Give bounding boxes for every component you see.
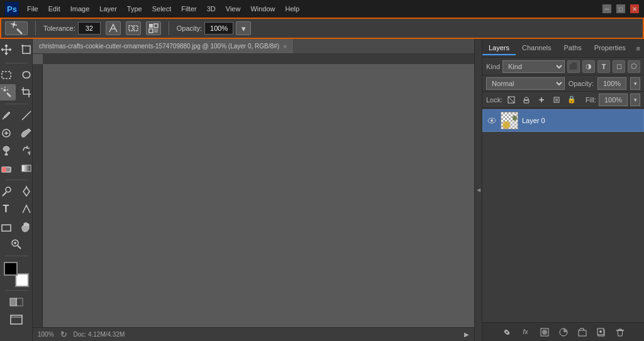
blend-mode-select[interactable]: Normal Multiply Screen Overlay [486,77,565,90]
separator-1 [35,21,36,35]
filter-pixel-button[interactable]: ⬛ [567,60,580,73]
scroll-right-icon[interactable]: ▶ [464,331,469,338]
layer-item[interactable]: Layer 0 [482,109,644,132]
menu-3d[interactable]: 3D [203,4,220,14]
lock-image-button[interactable] [520,94,533,106]
new-layer-button[interactable] [594,325,608,339]
lock-artboard-button[interactable] [550,94,563,106]
menu-select[interactable]: Select [148,4,176,14]
tab-close-button[interactable]: × [283,43,287,50]
tool-preset-button[interactable] [5,21,28,35]
filter-smart-button[interactable]: ⬡ [628,60,640,73]
minimize-button[interactable]: ─ [602,4,611,13]
menu-window[interactable]: Window [246,4,279,14]
foreground-color[interactable] [4,262,18,276]
filter-type-button[interactable]: T [597,60,610,73]
delete-icon [616,328,625,337]
contiguous-button[interactable] [126,21,141,35]
svg-rect-31 [22,165,31,171]
gradient-tool[interactable] [17,160,36,176]
tab-layers[interactable]: Layers [482,41,516,55]
lock-position-button[interactable] [535,94,548,106]
dodge-tool[interactable] [0,183,16,200]
new-group-button[interactable] [575,325,589,339]
lasso-tool[interactable] [17,67,36,83]
adjustment-button[interactable] [557,325,570,339]
fx-button[interactable]: fx [519,325,533,339]
antialiasing-button[interactable] [106,21,121,35]
tab-paths[interactable]: Paths [558,41,588,55]
panel-menu-icon[interactable]: ≡ [633,42,644,55]
color-switcher[interactable] [4,262,29,287]
sample-all-button[interactable] [146,21,161,35]
svg-line-33 [3,192,6,196]
pen-tool[interactable] [17,183,36,200]
menu-help[interactable]: Help [281,4,304,14]
filter-adjust-button[interactable]: ◑ [582,60,595,73]
tab-properties[interactable]: Properties [588,41,632,55]
menu-filter[interactable]: Filter [177,4,201,14]
opacity-dropdown[interactable]: ▾ [630,77,640,90]
move-tool-group [0,41,36,58]
eraser-tool[interactable] [0,160,16,176]
document-tab[interactable]: christmas-crafts-cookie-cutter-ornaments… [33,39,294,53]
group-icon [578,328,587,337]
zoom-tool[interactable] [7,236,26,252]
ruler-top-svg: /* tick marks via CSS bg */ [43,54,474,64]
kind-select[interactable]: Kind [502,60,565,73]
svg-rect-30 [2,167,6,172]
close-button[interactable]: ✕ [630,4,639,13]
opacity-dropdown-button[interactable]: ▾ [236,21,251,35]
svg-rect-85 [579,330,586,336]
menu-image[interactable]: Image [66,4,94,14]
artboard-tool[interactable] [17,41,36,58]
brush-tool[interactable] [17,125,36,141]
hand-tool[interactable] [17,219,36,235]
delete-layer-button[interactable] [613,325,627,339]
menu-edit[interactable]: Edit [44,4,65,14]
tolerance-input[interactable] [78,22,101,35]
layer-visibility-toggle[interactable] [487,116,497,126]
status-bar: 100% ↻ Doc: 4.12M/4.32M ▶ [33,327,474,341]
fill-input[interactable] [599,94,628,106]
path-select-tool[interactable] [17,201,36,217]
menu-type[interactable]: Type [123,4,147,14]
menu-layer[interactable]: Layer [95,4,121,14]
eyedropper-tool[interactable] [0,107,16,124]
canvas-main[interactable] [43,64,474,327]
menu-file[interactable]: File [23,4,43,14]
ruler-tool[interactable] [17,107,36,124]
marquee-tool[interactable] [0,67,16,83]
text-tool[interactable]: T [0,201,16,217]
lock-all-button[interactable]: 🔒 [565,94,578,106]
antialiasing-icon [108,23,118,33]
filter-shape-button[interactable]: ◻ [613,60,625,73]
history-brush-tool[interactable] [17,143,36,159]
move-tool[interactable] [0,41,16,58]
lock-pixels-button[interactable] [505,94,518,106]
opacity-group: Opacity: ▾ [177,21,251,35]
shape-tool[interactable] [0,219,16,235]
svg-line-24 [22,111,31,120]
screen-mode-icon [9,314,23,325]
tab-channels[interactable]: Channels [516,41,557,55]
opacity-input[interactable] [204,22,233,35]
menu-view[interactable]: View [221,4,245,14]
heal-tool[interactable] [0,125,16,141]
panel-tabs: Layers Channels Paths Properties ≡ [482,39,644,58]
magic-wand-tool[interactable] [0,84,16,100]
tool-preset-group [5,21,28,35]
screen-mode-button[interactable] [7,311,26,328]
maximize-button[interactable]: □ [616,4,625,13]
mask-button[interactable] [538,325,552,339]
tool-row-5 [0,125,36,141]
panel-collapse-handle[interactable]: ◀ [474,39,482,341]
opacity-input[interactable] [597,77,626,90]
fill-dropdown[interactable]: ▾ [630,94,640,106]
rotate-icon[interactable]: ↻ [60,330,67,339]
link-layers-button[interactable] [500,325,514,339]
magic-wand-tool-icon [1,87,12,98]
crop-tool[interactable] [17,84,36,100]
stamp-tool[interactable] [0,143,16,159]
quick-mask-button[interactable] [7,294,26,310]
